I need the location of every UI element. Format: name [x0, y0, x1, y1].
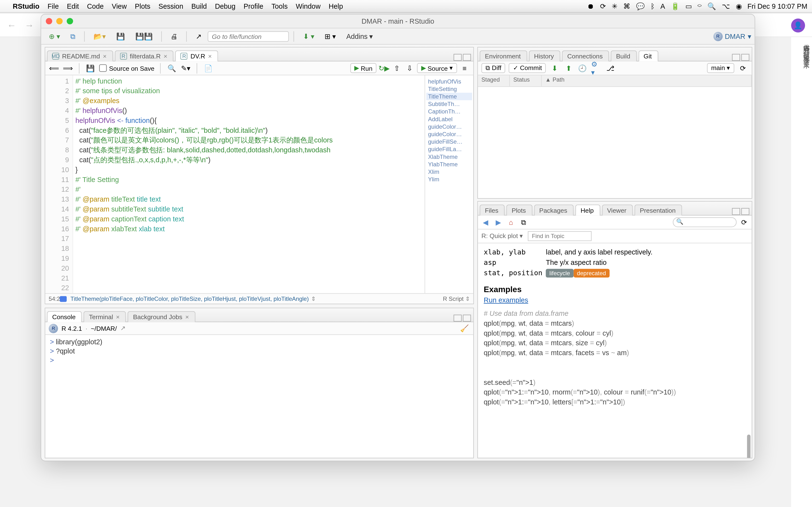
run-button[interactable]: ▶Run: [350, 63, 376, 73]
sync-icon[interactable]: ⟳: [600, 2, 606, 10]
menu-edit[interactable]: Edit: [67, 2, 79, 10]
tab-terminal[interactable]: Terminal×: [84, 311, 126, 322]
git-diff-button[interactable]: ⧉ Diff: [481, 63, 505, 73]
tab-filterdata[interactable]: R filterdata.R ×: [115, 50, 174, 62]
tab-plots[interactable]: Plots: [507, 205, 532, 216]
scrollbar-thumb[interactable]: [747, 435, 750, 458]
window-titlebar[interactable]: DMAR - main - RStudio: [41, 14, 755, 29]
tab-build[interactable]: Build: [611, 50, 637, 62]
working-directory[interactable]: ~/DMAR/: [91, 325, 117, 332]
tab-readme[interactable]: MD README.md ×: [47, 50, 113, 62]
pane-maximize-icon[interactable]: [741, 208, 749, 215]
browser-profile-avatar[interactable]: 👤: [791, 18, 805, 32]
pane-maximize-icon[interactable]: [463, 315, 471, 322]
new-project-button[interactable]: ⧉: [66, 31, 80, 42]
outline-item[interactable]: YlabTheme: [426, 161, 472, 168]
git-push-icon[interactable]: ⬆: [563, 63, 574, 73]
menubar-app[interactable]: RStudio: [13, 2, 39, 10]
menu-profile[interactable]: Profile: [244, 2, 263, 10]
outline-item[interactable]: guideFillSe…: [426, 138, 472, 145]
help-back-icon[interactable]: ◀: [480, 217, 491, 227]
close-icon[interactable]: ×: [208, 53, 212, 60]
control-center-icon[interactable]: ⌥: [722, 2, 730, 10]
bluetooth-icon[interactable]: ᛒ: [651, 2, 655, 10]
battery-icon[interactable]: 🔋: [671, 2, 679, 10]
source-button[interactable]: ▶Source ▾: [417, 63, 457, 73]
col-staged[interactable]: Staged: [478, 75, 510, 87]
wand-icon[interactable]: ✎▾: [181, 63, 191, 73]
tab-environment[interactable]: Environment: [480, 50, 527, 62]
outline-item[interactable]: Ylim: [426, 175, 472, 183]
tab-git[interactable]: Git: [639, 50, 658, 62]
menu-view[interactable]: View: [112, 2, 127, 10]
pane-maximize-icon[interactable]: [463, 54, 471, 61]
help-content[interactable]: xlab, ylab label, and y axis label respe…: [478, 243, 752, 458]
browser-forward-icon[interactable]: →: [24, 20, 34, 30]
print-button[interactable]: 🖨: [167, 31, 182, 42]
tab-dv[interactable]: R DV.R ×: [175, 50, 218, 62]
outline-item[interactable]: AddLabel: [426, 115, 472, 123]
rerun-icon[interactable]: ↻▶: [379, 63, 389, 73]
git-history-icon[interactable]: 🕘: [577, 63, 588, 73]
record-icon[interactable]: ⏺: [587, 2, 594, 10]
current-function[interactable]: TitleTheme(ploTitleFace, ploTitleColor, …: [70, 295, 309, 302]
col-status[interactable]: Status: [510, 75, 542, 87]
menu-file[interactable]: File: [48, 2, 59, 10]
siri-icon[interactable]: ◉: [736, 2, 742, 10]
code-editor[interactable]: #' help function#' some tips of visualiz…: [73, 75, 424, 293]
outline-item[interactable]: CaptionTh…: [426, 108, 472, 115]
help-refresh-icon[interactable]: ⟳: [739, 217, 749, 227]
goto-anywhere-button[interactable]: ↗: [192, 31, 206, 42]
addins-button[interactable]: Addins ▾: [342, 31, 377, 42]
col-path[interactable]: ▲ Path: [542, 75, 752, 87]
close-icon[interactable]: ×: [185, 314, 189, 320]
goto-file-function-input[interactable]: [208, 31, 289, 41]
tab-files[interactable]: Files: [480, 205, 505, 216]
pane-minimize-icon[interactable]: [732, 54, 740, 61]
wifi-icon[interactable]: ⌔: [698, 2, 702, 10]
tab-viewer[interactable]: Viewer: [602, 205, 633, 216]
git-commit-button[interactable]: ✓ Commit: [509, 63, 546, 73]
outline-item[interactable]: TitleTheme: [426, 93, 472, 100]
outline-toggle-icon[interactable]: ≡: [459, 63, 470, 73]
close-icon[interactable]: ×: [116, 314, 120, 320]
tab-console[interactable]: Console: [47, 311, 82, 322]
app-icon-2[interactable]: ⌘: [623, 2, 630, 10]
compile-report-icon[interactable]: 📄: [203, 63, 214, 73]
project-menu[interactable]: DMAR: [725, 32, 745, 40]
menu-window[interactable]: Window: [296, 2, 320, 10]
git-pull-icon[interactable]: ⬇: [550, 63, 560, 73]
pane-minimize-icon[interactable]: [732, 208, 740, 215]
menu-debug[interactable]: Debug: [215, 2, 236, 10]
pane-minimize-icon[interactable]: [454, 54, 462, 61]
new-file-button[interactable]: ⊕ ▾: [45, 31, 64, 42]
save-button[interactable]: 💾: [112, 31, 129, 42]
file-type-label[interactable]: R Script: [443, 295, 463, 302]
help-popout-icon[interactable]: ⧉: [519, 217, 529, 227]
help-home-icon[interactable]: ⌂: [506, 217, 516, 227]
tab-connections[interactable]: Connections: [562, 50, 609, 62]
display-icon[interactable]: ▭: [686, 2, 692, 10]
tab-background-jobs[interactable]: Background Jobs×: [128, 311, 195, 322]
outline-item[interactable]: SubtitleTh…: [426, 100, 472, 108]
search-icon[interactable]: 🔍: [707, 2, 716, 10]
menu-code[interactable]: Code: [87, 2, 104, 10]
wechat-icon[interactable]: 💬: [636, 2, 645, 10]
pane-minimize-icon[interactable]: [454, 315, 462, 322]
wd-popout-icon[interactable]: ↗: [120, 325, 126, 332]
git-refresh-icon[interactable]: ⟳: [738, 63, 748, 73]
toolbar-panes-button[interactable]: ⊞ ▾: [320, 31, 340, 42]
tab-help[interactable]: Help: [575, 205, 600, 216]
close-icon[interactable]: ×: [103, 53, 107, 60]
outline-item[interactable]: Xlim: [426, 168, 472, 175]
outline-item[interactable]: guideColor…: [426, 123, 472, 130]
open-file-button[interactable]: 📂▾: [89, 31, 110, 42]
find-in-topic-input[interactable]: [528, 231, 592, 241]
menu-build[interactable]: Build: [191, 2, 207, 10]
find-icon[interactable]: 🔍: [166, 63, 177, 73]
tab-packages[interactable]: Packages: [534, 205, 574, 216]
app-icon-1[interactable]: ✳︎: [612, 2, 617, 10]
menu-plots[interactable]: Plots: [135, 2, 150, 10]
console-output[interactable]: > library(ggplot2)> ?qplot>: [45, 335, 473, 458]
input-icon[interactable]: A: [660, 2, 665, 10]
